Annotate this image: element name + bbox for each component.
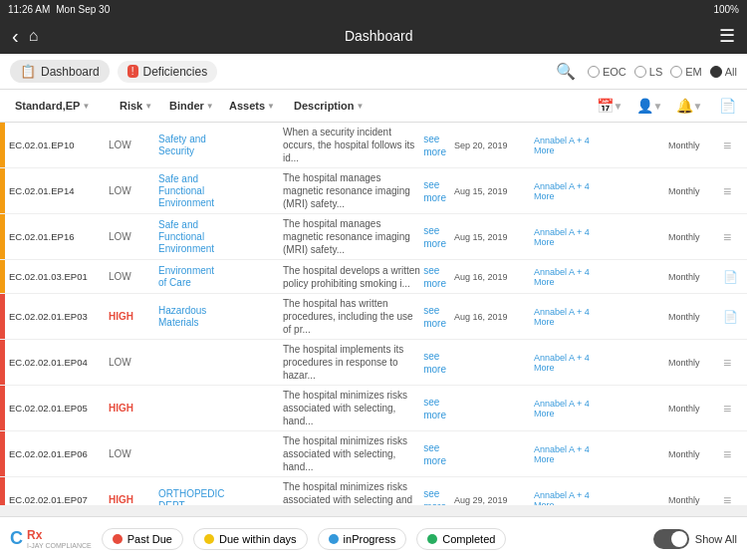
table-row[interactable]: EC.02.01.EP14 LOW Safe and Functional En… — [0, 168, 747, 214]
cell-doc-action[interactable]: ≡ — [719, 168, 747, 213]
cell-freq: Monthly — [664, 168, 719, 213]
cell-date: Aug 15, 2019 — [450, 214, 530, 259]
cell-assets — [214, 294, 279, 339]
col-header-binder[interactable]: Binder ▼ — [165, 98, 225, 114]
binder-link[interactable]: Hazardous Materials — [158, 305, 210, 329]
cell-doc-action[interactable]: ≡ — [719, 386, 747, 430]
col-header-doc-icon[interactable]: 📄 — [713, 94, 741, 118]
cell-doc-action[interactable]: ≡ — [719, 477, 747, 505]
toggle-switch[interactable] — [653, 529, 689, 549]
due-within-dot — [204, 534, 214, 544]
cell-freq: Monthly — [664, 386, 719, 430]
cell-binder[interactable]: ORTHOPEDIC DEPT. — [154, 477, 214, 505]
cell-person[interactable]: Annabel A + 4 More — [530, 168, 610, 213]
cell-person[interactable]: Annabel A + 4 More — [530, 123, 610, 167]
filter-past-due[interactable]: Past Due — [102, 528, 183, 550]
filter-due-within[interactable]: Due within days — [193, 528, 308, 550]
back-button[interactable]: ‹ — [12, 25, 19, 48]
tab-dashboard[interactable]: 📋 Dashboard — [10, 60, 110, 83]
see-more-link[interactable]: see more — [423, 224, 446, 250]
home-icon[interactable]: ⌂ — [29, 27, 39, 45]
cell-remind — [610, 294, 664, 339]
table-row[interactable]: EC.02.01.EP16 LOW Safe and Functional En… — [0, 214, 747, 260]
table-row[interactable]: EC.02.01.EP10 LOW Safety and Security Wh… — [0, 123, 747, 168]
cell-assets — [214, 477, 279, 505]
col-header-desc[interactable]: Description ▼ — [290, 98, 596, 114]
show-all-toggle[interactable]: Show All — [653, 529, 737, 549]
see-more-link[interactable]: see more — [423, 264, 446, 290]
col-header-risk[interactable]: Risk ▼ — [116, 98, 165, 114]
risk-badge: LOW — [109, 140, 131, 150]
cell-person[interactable]: Annabel A + 4 More — [530, 214, 610, 259]
date-caret: ▼ — [614, 101, 623, 112]
cell-person[interactable]: Annabel A + 4 More — [530, 260, 610, 293]
due-within-label: Due within days — [219, 533, 297, 545]
col-header-bell-icon[interactable]: 🔔 ▼ — [675, 94, 703, 118]
cell-binder[interactable]: Environment of Care — [154, 260, 214, 293]
radio-eoc-label: EOC — [603, 66, 626, 78]
cell-doc-action[interactable]: ≡ — [719, 340, 747, 385]
see-more-link[interactable]: see more — [423, 178, 446, 204]
cell-doc-action[interactable]: ≡ — [719, 214, 747, 259]
see-more-link[interactable]: see more — [423, 304, 446, 330]
col-binder-caret: ▼ — [206, 102, 214, 111]
cell-doc-action[interactable]: ≡ — [719, 123, 747, 167]
radio-em[interactable]: EM — [670, 66, 702, 78]
radio-ls[interactable]: LS — [634, 66, 662, 78]
cell-standard: EC.02.02.01.EP04 — [5, 340, 105, 385]
col-header-date-icon[interactable]: 📅 ▼ — [596, 94, 623, 118]
cell-binder — [154, 386, 214, 430]
radio-eoc[interactable]: EOC — [588, 66, 626, 78]
search-button[interactable]: 🔍 — [556, 62, 576, 81]
col-header-standard[interactable]: Standard,EP ▼ — [11, 98, 116, 114]
cell-date — [450, 431, 530, 476]
table-row[interactable]: EC.02.02.01.EP03 HIGH Hazardous Material… — [0, 294, 747, 340]
tab-deficiencies[interactable]: ! Deficiencies — [118, 61, 217, 83]
radio-all[interactable]: All — [710, 66, 737, 78]
binder-link[interactable]: Safe and Functional Environment — [158, 219, 214, 255]
filter-radio-group: EOC LS EM All — [588, 66, 737, 78]
tab-dashboard-label: Dashboard — [41, 65, 100, 79]
risk-badge: LOW — [109, 271, 131, 282]
see-more-link[interactable]: see more — [423, 396, 446, 421]
cell-risk: LOW — [105, 431, 154, 476]
cell-doc-action[interactable]: 📄 — [719, 260, 747, 293]
cell-doc-action[interactable]: ≡ — [719, 431, 747, 476]
cell-binder[interactable]: Safety and Security — [154, 123, 214, 167]
cell-person[interactable]: Annabel A + 4 More — [530, 477, 610, 505]
col-header-person-icon[interactable]: 👤 ▼ — [635, 94, 663, 118]
past-due-dot — [113, 534, 123, 544]
filter-completed[interactable]: Completed — [416, 528, 506, 550]
bottom-bar: C Rx I-JAY COMPLIANCE Past Due Due withi… — [0, 516, 747, 560]
table-row[interactable]: EC.02.02.01.EP04 LOW The hospital implem… — [0, 340, 747, 386]
table-row[interactable]: EC.02.01.03.EP01 LOW Environment of Care… — [0, 260, 747, 294]
cell-binder[interactable]: Safe and Functional Environment — [154, 214, 214, 259]
see-more-link[interactable]: see more — [423, 487, 446, 506]
table-row[interactable]: EC.02.02.01.EP07 HIGH ORTHOPEDIC DEPT. T… — [0, 477, 747, 505]
table-row[interactable]: EC.02.02.01.EP06 LOW The hospital minimi… — [0, 431, 747, 477]
col-assets-label: Assets — [229, 100, 265, 112]
cell-binder[interactable]: Safe and Functional Environment — [154, 168, 214, 213]
see-more-link[interactable]: see more — [423, 441, 446, 467]
see-more-link[interactable]: see more — [423, 350, 446, 376]
cell-person[interactable]: Annabel A + 4 More — [530, 386, 610, 430]
binder-link[interactable]: Environment of Care — [158, 265, 214, 289]
cell-doc-action[interactable]: 📄 — [719, 294, 747, 339]
see-more-link[interactable]: see more — [423, 133, 446, 158]
binder-link[interactable]: Safety and Security — [158, 134, 210, 157]
cell-desc: The hospital manages magnetic resonance … — [279, 168, 450, 213]
cell-person[interactable]: Annabel A + 4 More — [530, 431, 610, 476]
cell-assets — [214, 214, 279, 259]
cell-person[interactable]: Annabel A + 4 More — [530, 340, 610, 385]
cell-person[interactable]: Annabel A + 4 More — [530, 294, 610, 339]
table-row[interactable]: EC.02.02.01.EP05 HIGH The hospital minim… — [0, 386, 747, 431]
menu-icon[interactable]: ☰ — [719, 25, 735, 47]
cell-standard: EC.02.02.01.EP03 — [5, 294, 105, 339]
radio-all-label: All — [725, 66, 737, 78]
filter-in-progress[interactable]: inProgress — [318, 528, 407, 550]
cell-remind — [610, 386, 664, 430]
cell-binder[interactable]: Hazardous Materials — [154, 294, 214, 339]
binder-link[interactable]: Safe and Functional Environment — [158, 173, 214, 209]
cell-assets — [214, 340, 279, 385]
col-header-assets[interactable]: Assets ▼ — [225, 98, 290, 114]
